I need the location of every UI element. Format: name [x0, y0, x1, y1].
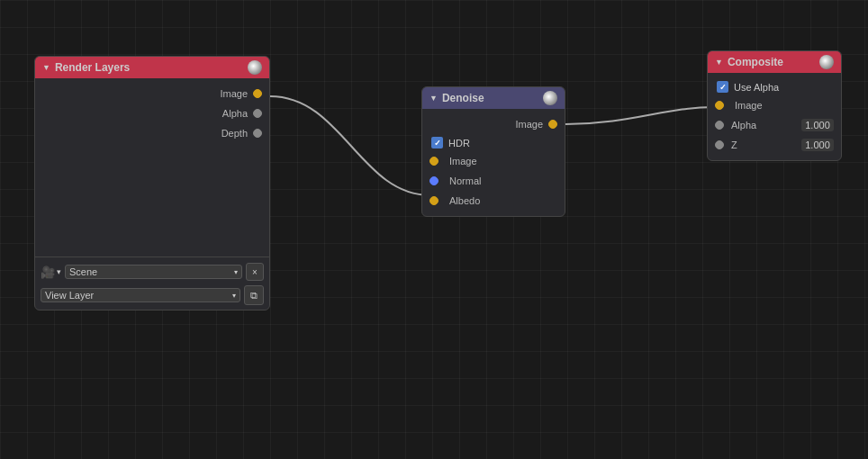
denoise-output-image-socket[interactable] [548, 120, 557, 129]
hdr-label: HDR [448, 138, 470, 148]
denoise-title: Denoise [442, 92, 484, 104]
scene-close-button[interactable]: × [246, 263, 264, 281]
composite-input-image-socket[interactable] [715, 101, 724, 110]
scene-icon-group: 🎥 ▾ [41, 266, 61, 279]
view-layer-dropdown[interactable]: View Layer ▾ [41, 288, 240, 302]
composite-header-left: ▼ Composite [715, 56, 783, 68]
output-alpha-socket[interactable] [253, 109, 262, 118]
composite-z-label: Z [731, 140, 798, 150]
render-layers-header: ▼ Render Layers [35, 57, 269, 78]
composite-node: ▼ Composite Use Alpha Image Alpha 1.000 … [707, 50, 842, 161]
output-depth-row: Depth [35, 123, 269, 143]
output-image-label: Image [42, 88, 248, 99]
denoise-input-albedo-label: Albedo [449, 195, 557, 206]
use-alpha-label: Use Alpha [734, 82, 779, 93]
output-depth-socket[interactable] [253, 129, 262, 138]
denoise-input-image-row: Image [422, 151, 565, 171]
output-alpha-label: Alpha [42, 108, 248, 119]
composite-z-row: Z 1.000 [708, 135, 841, 155]
denoise-input-albedo-socket[interactable] [429, 196, 439, 205]
denoise-header-left: ▼ Denoise [429, 92, 484, 104]
denoise-input-albedo-row: Albedo [422, 191, 565, 211]
composite-input-image-label: Image [735, 100, 834, 111]
denoise-input-image-label: Image [449, 156, 557, 166]
composite-body: Use Alpha Image Alpha 1.000 Z 1.000 [708, 73, 841, 160]
view-layer-chevron-icon: ▾ [232, 292, 236, 300]
composite-header: ▼ Composite [708, 51, 841, 73]
render-layers-body: Image Alpha Depth [35, 78, 269, 256]
denoise-input-normal-row: Normal [422, 171, 565, 191]
view-layer-copy-button[interactable]: ⧉ [244, 285, 264, 305]
composite-z-value[interactable]: 1.000 [801, 139, 834, 151]
hdr-checkbox-row: HDR [422, 134, 565, 151]
denoise-collapse-arrow-icon[interactable]: ▼ [429, 94, 438, 103]
collapse-arrow-icon[interactable]: ▼ [42, 63, 50, 72]
denoise-input-normal-socket[interactable] [429, 176, 439, 185]
output-alpha-row: Alpha [35, 104, 269, 123]
denoise-input-image-socket[interactable] [429, 157, 439, 166]
render-layers-node-icon [248, 60, 262, 75]
render-layers-bottom: 🎥 ▾ Scene ▾ × View Layer ▾ ⧉ [35, 256, 269, 310]
camera-icon: 🎥 [41, 266, 55, 279]
output-image-row: Image [35, 84, 269, 104]
composite-alpha-socket[interactable] [715, 121, 724, 130]
hdr-checkbox[interactable] [431, 137, 443, 148]
scene-row: 🎥 ▾ Scene ▾ × [41, 261, 264, 283]
render-layers-title: Render Layers [55, 61, 130, 74]
view-layer-label: View Layer [45, 290, 94, 301]
composite-input-image-row: Image [708, 95, 841, 115]
composite-alpha-value[interactable]: 1.000 [801, 119, 834, 131]
scene-chevron-icon: ▾ [234, 268, 238, 276]
use-alpha-row: Use Alpha [708, 78, 841, 95]
denoise-node: ▼ Denoise Image HDR Image Normal Albedo [421, 86, 565, 217]
denoise-header: ▼ Denoise [422, 87, 565, 109]
scene-dropdown[interactable]: Scene ▾ [65, 265, 242, 279]
composite-node-icon [819, 55, 834, 69]
composite-z-socket[interactable] [715, 140, 724, 149]
scene-label: Scene [69, 266, 97, 277]
scene-dropdown-arrow[interactable]: ▾ [57, 267, 61, 276]
denoise-body: Image HDR Image Normal Albedo [422, 109, 565, 216]
denoise-node-icon [543, 91, 557, 105]
composite-collapse-arrow-icon[interactable]: ▼ [715, 58, 723, 67]
denoise-output-image-row: Image [422, 114, 565, 134]
view-layer-row: View Layer ▾ ⧉ [41, 284, 264, 306]
denoise-output-image-label: Image [429, 119, 543, 130]
output-image-socket[interactable] [253, 89, 262, 98]
render-layers-spacer [35, 143, 269, 251]
render-layers-node: ▼ Render Layers Image Alpha Depth 🎥 ▾ [34, 56, 270, 310]
composite-alpha-label: Alpha [731, 120, 798, 130]
denoise-input-normal-label: Normal [449, 176, 557, 186]
output-depth-label: Depth [42, 128, 248, 139]
render-layers-header-left: ▼ Render Layers [42, 61, 130, 74]
composite-alpha-row: Alpha 1.000 [708, 115, 841, 135]
use-alpha-checkbox[interactable] [717, 81, 728, 93]
composite-title: Composite [728, 56, 783, 68]
